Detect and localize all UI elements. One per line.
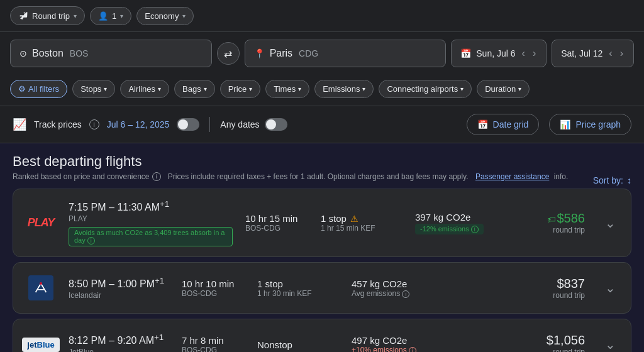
price: $837 [522, 277, 585, 291]
flight-card-2[interactable]: jetBlue 8:12 PM – 9:20 AM+1 JetBlue 7 hr… [13, 319, 631, 352]
airline-logo: PLAY [26, 208, 56, 238]
price: 🏷$586 [522, 211, 585, 226]
cabin-label: Economy [145, 11, 179, 21]
prices-include-text: Prices include required taxes + fees for… [168, 172, 469, 181]
connecting-airports-label: Connecting airports [387, 84, 458, 94]
icelandair-logo [28, 275, 53, 300]
subtitle-text: Ranked based on price and convenience [13, 172, 150, 181]
flight-card-1[interactable]: 8:50 PM – 1:00 PM+1 Icelandair 10 hr 10 … [13, 262, 631, 314]
price-sub: round trip [522, 348, 585, 352]
depart-next-button[interactable]: › [531, 47, 537, 60]
flight-price: 🏷$586 round trip [522, 211, 585, 234]
expand-button[interactable]: ⌄ [602, 213, 618, 233]
stop-detail: 1 hr 30 min KEF [257, 289, 339, 298]
track-info: i [89, 119, 99, 129]
origin-code: BOS [70, 48, 89, 58]
day-offset: +1 [160, 199, 169, 209]
price-filter-label: Price [228, 84, 247, 94]
track-bar: 📈 Track prices i Jul 6 – 12, 2025 Any da… [0, 106, 644, 143]
emissions-filter-button[interactable]: Emissions ▾ [314, 80, 374, 98]
airlines-caret: ▾ [158, 85, 161, 92]
time-range: 7:15 PM – 11:30 AM+1 [69, 199, 233, 213]
jetblue-logo: jetBlue [22, 338, 59, 352]
any-dates-label: Any dates [220, 119, 259, 129]
passengers-label: 1 [112, 11, 116, 21]
bags-label: Bags [182, 84, 201, 94]
emissions-info-icon[interactable]: i [471, 226, 479, 233]
any-dates-section: Any dates [220, 118, 287, 131]
airline-logo [26, 273, 56, 303]
emissions-info-icon[interactable]: i [402, 290, 409, 298]
airlines-filter-button[interactable]: Airlines ▾ [120, 80, 169, 98]
duration-caret: ▾ [518, 85, 521, 92]
cabin-button[interactable]: Economy ▾ [136, 7, 194, 25]
subtitle-row: Ranked based on price and convenience i … [13, 172, 631, 189]
stop-detail: 1 hr 15 min KEF [321, 224, 402, 233]
date-grid-button[interactable]: 📅 Date grid [467, 114, 540, 135]
subtitle: Ranked based on price and convenience i … [13, 172, 568, 181]
dest-code: CDG [299, 48, 318, 58]
trip-type-label: Round trip [32, 11, 70, 21]
price-sub: round trip [522, 226, 585, 234]
subtitle-info-icon[interactable]: i [152, 172, 161, 181]
emissions-info-icon[interactable]: i [409, 347, 416, 352]
stops-filter-button[interactable]: Stops ▾ [72, 80, 115, 98]
eco-info-icon[interactable]: i [87, 237, 95, 245]
sort-by-label: Sort by: [593, 175, 623, 185]
bags-filter-button[interactable]: Bags ▾ [174, 80, 215, 98]
flight-list: PLAY 7:15 PM – 11:30 AM+1 PLAY Avoids as… [13, 189, 631, 352]
main-content: Best departing flights Ranked based on p… [0, 143, 644, 352]
sort-by-button[interactable]: Sort by: ↕ [593, 175, 631, 185]
price-sub: round trip [522, 291, 585, 300]
flight-card-0[interactable]: PLAY 7:15 PM – 11:30 AM+1 PLAY Avoids as… [13, 189, 631, 257]
all-filters-button[interactable]: ⚙ All filters [10, 80, 67, 98]
passengers-button[interactable]: 👤 1 ▾ [90, 7, 131, 25]
airline-logo: jetBlue [26, 329, 56, 352]
flight-stops: 1 stop⚠ 1 hr 15 min KEF [321, 213, 402, 233]
stops: 1 stop⚠ [321, 213, 402, 224]
price-graph-button[interactable]: 📊 Price graph [549, 114, 631, 135]
track-info-icon[interactable]: i [89, 119, 99, 129]
emissions-badge: -12% emissions i [415, 224, 484, 234]
expand-button[interactable]: ⌄ [602, 278, 618, 298]
route: BOS-CDG [182, 346, 245, 352]
connecting-caret: ▾ [460, 85, 464, 92]
price-graph-label: Price graph [575, 119, 621, 129]
price-graph-icon: 📊 [560, 119, 570, 129]
price-tag-icon: 🏷 [547, 214, 556, 224]
swap-button[interactable]: ⇄ [217, 42, 240, 65]
return-date-box[interactable]: Sat, Jul 12 ‹ › [552, 40, 634, 67]
play-logo: PLAY [28, 216, 55, 229]
track-right: 📅 Date grid 📊 Price graph [467, 114, 631, 135]
flight-times: 8:12 PM – 9:20 AM+1 JetBlue [69, 333, 169, 352]
passengers-icon: 👤 [98, 11, 108, 21]
price-filter-button[interactable]: Price ▾ [220, 80, 261, 98]
duration-filter-button[interactable]: Duration ▾ [477, 80, 530, 98]
flight-emissions: 457 kg CO2e Avg emissions i [352, 278, 446, 298]
origin-city: Boston [32, 48, 64, 59]
best-flights-title: Best departing flights [13, 153, 631, 170]
passenger-assistance-link[interactable]: Passenger assistance [475, 172, 549, 181]
connecting-airports-filter-button[interactable]: Connecting airports ▾ [379, 80, 472, 98]
track-toggle[interactable] [177, 118, 199, 131]
flight-duration: 10 hr 15 min BOS-CDG [245, 213, 308, 233]
depart-date-box[interactable]: 📅 Sun, Jul 6 ‹ › [451, 40, 547, 67]
depart-prev-button[interactable]: ‹ [521, 47, 526, 60]
times-filter-button[interactable]: Times ▾ [265, 80, 309, 98]
stops-label: Stops [80, 84, 101, 94]
depart-date: Sun, Jul 6 [476, 48, 515, 58]
return-prev-button[interactable]: ‹ [608, 47, 613, 60]
stops-caret: ▾ [104, 85, 107, 92]
origin-box[interactable]: ⊙ Boston BOS [10, 40, 212, 67]
dest-icon: 📍 [254, 48, 265, 58]
flight-duration: 7 hr 8 min BOS-CDG [182, 335, 245, 352]
flight-times: 8:50 PM – 1:00 PM+1 Icelandair [69, 276, 169, 300]
duration: 7 hr 8 min [182, 335, 245, 346]
expand-button[interactable]: ⌄ [602, 334, 618, 352]
trend-icon: 📈 [13, 118, 26, 131]
flight-times: 7:15 PM – 11:30 AM+1 PLAY Avoids as much… [69, 199, 233, 246]
trip-type-button[interactable]: Round trip ▾ [10, 6, 85, 25]
any-dates-toggle[interactable] [265, 118, 287, 131]
return-next-button[interactable]: › [619, 47, 625, 60]
dest-box[interactable]: 📍 Paris CDG [245, 40, 447, 67]
